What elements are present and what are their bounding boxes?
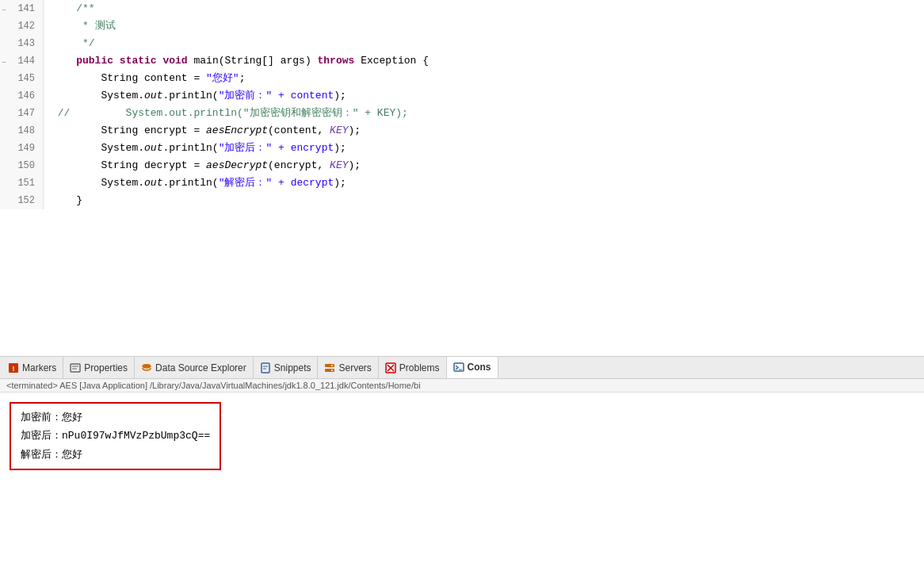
console-icon [453, 362, 464, 373]
code-content: String content = "您好"; [44, 70, 924, 87]
tab-label: Servers [338, 362, 371, 373]
svg-text:!: ! [13, 365, 15, 373]
svg-point-11 [331, 365, 333, 366]
tab-label: Problems [399, 362, 440, 373]
tab-markers[interactable]: !Markers [2, 357, 63, 379]
svg-rect-6 [262, 363, 269, 373]
console-output-line: 加密后：nPu0I97wJfMVzPzbUmp3cQ== [21, 427, 210, 445]
line-number: 142 [0, 17, 44, 35]
problems-icon [385, 362, 396, 373]
tab-datasource[interactable]: Data Source Explorer [135, 357, 254, 379]
code-content: System.out.println("加密前：" + content); [44, 87, 924, 105]
line-number: 150 [0, 157, 44, 174]
console-output-box: 加密前：您好加密后：nPu0I97wJfMVzPzbUmp3cQ==解密后：您好 [10, 402, 221, 470]
tab-bar: !MarkersPropertiesData Source ExplorerSn… [0, 357, 924, 379]
code-content: } [44, 192, 924, 209]
servers-icon [324, 362, 335, 373]
line-number: 151 [0, 174, 44, 192]
line-number: 149 [0, 140, 44, 157]
code-row: 147 // System.out.println("加密密钥和解密密钥：" +… [0, 105, 924, 122]
bottom-panel: !MarkersPropertiesData Source ExplorerSn… [0, 357, 924, 563]
tab-label: Cons [468, 362, 491, 373]
code-content: String encrypt = aesEncrypt(content, KEY… [44, 122, 924, 140]
code-row: 150 String decrypt = aesDecrypt(encrypt,… [0, 157, 924, 174]
svg-point-12 [331, 370, 333, 371]
code-row: 143 */ [0, 35, 924, 52]
code-content: String decrypt = aesDecrypt(encrypt, KEY… [44, 157, 924, 174]
svg-rect-2 [71, 364, 80, 372]
code-content: System.out.println("加密后：" + encrypt); [44, 140, 924, 157]
datasource-icon [141, 362, 152, 373]
code-content: * 测试 [44, 17, 924, 35]
code-row: 145 String content = "您好"; [0, 70, 924, 87]
tab-snippets[interactable]: Snippets [254, 357, 319, 379]
code-row: 151 System.out.println("解密后：" + decrypt)… [0, 174, 924, 192]
line-number: 152 [0, 192, 44, 209]
tab-console[interactable]: Cons [447, 357, 498, 379]
svg-rect-10 [325, 369, 334, 372]
code-row: 149 System.out.println("加密后：" + encrypt)… [0, 140, 924, 157]
code-editor[interactable]: −141 /**142 * 测试143 */−144 public static… [0, 0, 924, 357]
console-output-area: 加密前：您好加密后：nPu0I97wJfMVzPzbUmp3cQ==解密后：您好 [0, 393, 924, 563]
tab-label: Data Source Explorer [155, 362, 246, 373]
console-output-line: 加密前：您好 [21, 408, 210, 427]
line-number: 148 [0, 122, 44, 140]
code-content: System.out.println("解密后：" + decrypt); [44, 174, 924, 192]
code-content: /** [44, 0, 924, 17]
line-number: −144 [0, 52, 44, 70]
markers-icon: ! [8, 362, 19, 373]
code-content: // System.out.println("加密密钥和解密密钥：" + KEY… [44, 105, 924, 122]
tab-label: Snippets [274, 362, 311, 373]
code-row: −141 /** [0, 0, 924, 17]
tab-label: Markers [22, 362, 56, 373]
snippets-icon [260, 362, 271, 373]
line-number: 147 [0, 105, 44, 122]
code-row: 146 System.out.println("加密前：" + content)… [0, 87, 924, 105]
terminated-status: <terminated> AES [Java Application] /Lib… [0, 379, 924, 393]
properties-icon [70, 362, 81, 373]
code-row: 142 * 测试 [0, 17, 924, 35]
code-content: public static void main(String[] args) t… [44, 52, 924, 70]
console-output-line: 解密后：您好 [21, 446, 210, 464]
line-number: 143 [0, 35, 44, 52]
code-row: 152 } [0, 192, 924, 209]
tab-label: Properties [84, 362, 128, 373]
code-row: 148 String encrypt = aesEncrypt(content,… [0, 122, 924, 140]
line-number: 145 [0, 70, 44, 87]
line-number: 146 [0, 87, 44, 105]
tab-properties[interactable]: Properties [63, 357, 135, 379]
line-number: −141 [0, 0, 44, 17]
svg-point-5 [143, 364, 151, 367]
svg-rect-9 [325, 364, 334, 367]
code-row: −144 public static void main(String[] ar… [0, 52, 924, 70]
tab-problems[interactable]: Problems [379, 357, 447, 379]
code-content: */ [44, 35, 924, 52]
tab-servers[interactable]: Servers [318, 357, 378, 379]
